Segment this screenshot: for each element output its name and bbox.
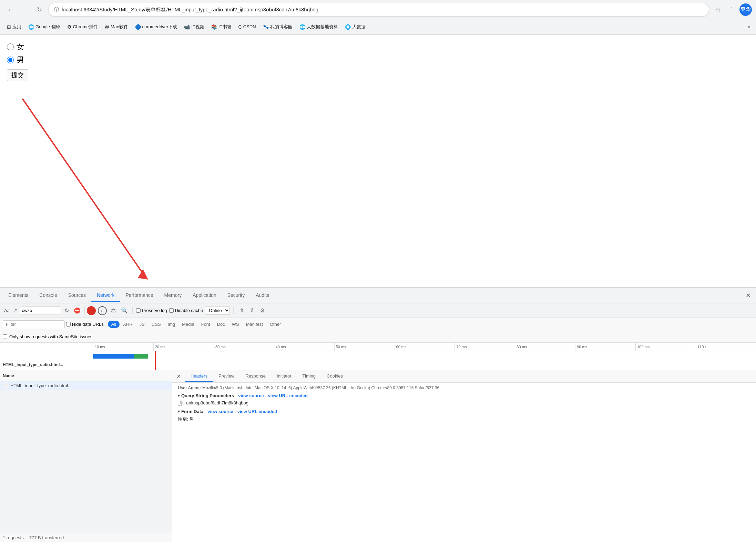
back-button[interactable]: ← xyxy=(4,3,17,16)
preserve-log-checkbox[interactable]: Preserve log xyxy=(136,308,167,313)
bookmark-mac[interactable]: W Mac软件 xyxy=(102,22,131,31)
submit-button[interactable]: 提交 xyxy=(7,69,28,81)
tab-console[interactable]: Console xyxy=(34,289,62,302)
samesite-checkbox[interactable] xyxy=(3,334,7,339)
tick-80ms: 80 ms xyxy=(515,343,575,351)
radio-female-label: 女 xyxy=(17,42,24,52)
transferred-size: 777 B transferred xyxy=(29,535,64,540)
tab-security[interactable]: Security xyxy=(222,289,251,302)
bookmark-bigdata[interactable]: 🌐 大数据 xyxy=(342,22,368,31)
form-data-key: 性别: xyxy=(178,416,188,422)
stop-button[interactable]: ○ xyxy=(98,306,107,315)
type-filter-doc[interactable]: Doc xyxy=(214,321,228,328)
disable-cache-checkbox[interactable]: Disable cache xyxy=(169,308,203,313)
filter-input[interactable] xyxy=(3,320,65,328)
bookmark-chrome-ext[interactable]: ⚙ Chrome插件 xyxy=(64,22,101,31)
headers-tab-timing[interactable]: Timing xyxy=(297,371,321,382)
headers-tab-response[interactable]: Response xyxy=(240,371,271,382)
type-filter-other[interactable]: Other xyxy=(266,321,285,328)
bookmark-blog[interactable]: 🐾 我的博客园 xyxy=(260,22,295,31)
bookmark-bigdata-resource[interactable]: 🌐 大数据基地资料 xyxy=(297,22,341,31)
filter-icon-button[interactable]: ⚖ xyxy=(109,306,118,315)
url-text: localhost:63342/Study/HTML_Study/表单标签/HT… xyxy=(62,7,703,13)
radio-male-input[interactable] xyxy=(7,57,14,63)
search-clear-button[interactable]: ⛔ xyxy=(73,306,82,315)
query-view-url-encoded-link[interactable]: view URL encoded xyxy=(268,393,308,398)
type-filter-css[interactable]: CSS xyxy=(148,321,164,328)
devtools-tab-actions: ⋮ ✕ xyxy=(730,290,753,301)
samesite-label: Only show requests with SameSite issues xyxy=(9,334,92,339)
bookmarks-more-button[interactable]: » xyxy=(747,23,752,31)
tab-sources[interactable]: Sources xyxy=(63,289,91,302)
import-button[interactable]: ⇧ xyxy=(237,306,246,315)
file-icon xyxy=(3,383,8,388)
record-button[interactable] xyxy=(87,306,96,315)
headers-tab-cookies[interactable]: Cookies xyxy=(321,371,348,382)
request-bar-blue xyxy=(93,354,134,359)
tab-audits[interactable]: Audits xyxy=(250,289,275,302)
type-filter-all[interactable]: All xyxy=(108,321,120,328)
profile-button[interactable]: 亚华 xyxy=(739,3,752,16)
bookmarks-bar: ⊞ 应用 🌐 Google 翻译 ⚙ Chrome插件 W Mac软件 🔵 ch… xyxy=(0,19,756,34)
form-data-value: 男 xyxy=(190,416,194,422)
type-filter-ws[interactable]: WS xyxy=(228,321,243,328)
type-filter-img[interactable]: Img xyxy=(164,321,179,328)
headers-tab-initiator[interactable]: Initiator xyxy=(271,371,297,382)
form-data-section-header[interactable]: Form Data view source view URL encoded xyxy=(178,409,750,414)
devtools-more-button[interactable]: ⋮ xyxy=(730,290,740,301)
hide-data-urls-checkbox[interactable]: Hide data URLs xyxy=(66,322,104,327)
headers-content: User Agent: Mozilla/5.0 (Macintosh; Inte… xyxy=(172,383,756,542)
address-bar[interactable]: ⓘ localhost:63342/Study/HTML_Study/表单标签/… xyxy=(48,3,709,17)
bookmark-itvideo-label: IT视频 xyxy=(191,24,204,30)
bookmark-chromedriver[interactable]: 🔵 chromedriver下载 xyxy=(132,22,180,31)
timeline-name-header: HTML_input_type_radio.html... xyxy=(3,362,63,367)
bookmark-csdn-label: CSDN xyxy=(243,24,256,29)
tab-application[interactable]: Application xyxy=(187,289,222,302)
radio-male-label: 男 xyxy=(17,55,24,65)
settings-button[interactable]: ⚙ xyxy=(258,306,267,315)
form-view-source-link[interactable]: view source xyxy=(207,409,233,414)
search-input[interactable] xyxy=(20,307,61,314)
type-filter-font[interactable]: Font xyxy=(198,321,214,328)
user-agent-label: User Agent: xyxy=(178,385,201,390)
more-button[interactable]: ⋮ xyxy=(726,3,738,16)
bookmark-apps[interactable]: ⊞ 应用 xyxy=(4,22,24,31)
search-aa-label[interactable]: Aa xyxy=(3,307,11,314)
form-view-url-encoded-link[interactable]: view URL encoded xyxy=(237,409,277,414)
export-button[interactable]: ⇩ xyxy=(247,306,256,315)
page-content: 女 男 提交 xyxy=(0,35,756,287)
star-button[interactable]: ☆ xyxy=(712,3,724,16)
search-regex-label[interactable]: .* xyxy=(12,307,18,314)
bookmark-itvideo[interactable]: 📹 IT视频 xyxy=(181,22,207,31)
throttling-select[interactable]: Online xyxy=(205,306,230,315)
type-filter-manifest[interactable]: Manifest xyxy=(243,321,266,328)
search-network-button[interactable]: 🔍 xyxy=(120,306,129,315)
radio-female-input[interactable] xyxy=(7,43,14,50)
forward-button[interactable]: → xyxy=(19,3,31,16)
tab-network[interactable]: Network xyxy=(91,289,120,302)
type-filter-media[interactable]: Media xyxy=(178,321,197,328)
type-filter-xhr[interactable]: XHR xyxy=(120,321,136,328)
tab-memory[interactable]: Memory xyxy=(159,289,187,302)
query-view-source-link[interactable]: view source xyxy=(238,393,264,398)
headers-tab-preview[interactable]: Preview xyxy=(213,371,240,382)
devtools-close-button[interactable]: ✕ xyxy=(743,290,753,301)
bookmark-translate[interactable]: 🌐 Google 翻译 xyxy=(25,22,63,31)
headers-tabs: ✕ Headers Preview Response Initiator Tim… xyxy=(172,370,756,383)
reload-button[interactable]: ↻ xyxy=(33,3,45,16)
bigdata-resource-icon: 🌐 xyxy=(299,24,305,30)
tab-performance[interactable]: Performance xyxy=(120,289,159,302)
type-filter-js[interactable]: JS xyxy=(136,321,148,328)
bookmark-itbook[interactable]: 📚 IT书籍 xyxy=(208,22,234,31)
query-string-section-header[interactable]: Query String Parameters view source view… xyxy=(178,393,750,398)
request-item[interactable]: HTML_input_type_radio.html... xyxy=(0,381,172,390)
bigdata-icon: 🌐 xyxy=(345,24,351,30)
query-param-value: animsp3obof8cdh7im8k8hqbog xyxy=(186,400,248,405)
bookmark-csdn[interactable]: C CSDN xyxy=(236,23,259,31)
headers-tab-headers[interactable]: Headers xyxy=(185,371,213,382)
headers-close-button[interactable]: ✕ xyxy=(172,372,185,381)
timeline-bar-area xyxy=(93,351,756,370)
search-refresh-button[interactable]: ↻ xyxy=(62,306,71,315)
tab-elements[interactable]: Elements xyxy=(3,289,34,302)
mac-icon: W xyxy=(105,24,109,30)
